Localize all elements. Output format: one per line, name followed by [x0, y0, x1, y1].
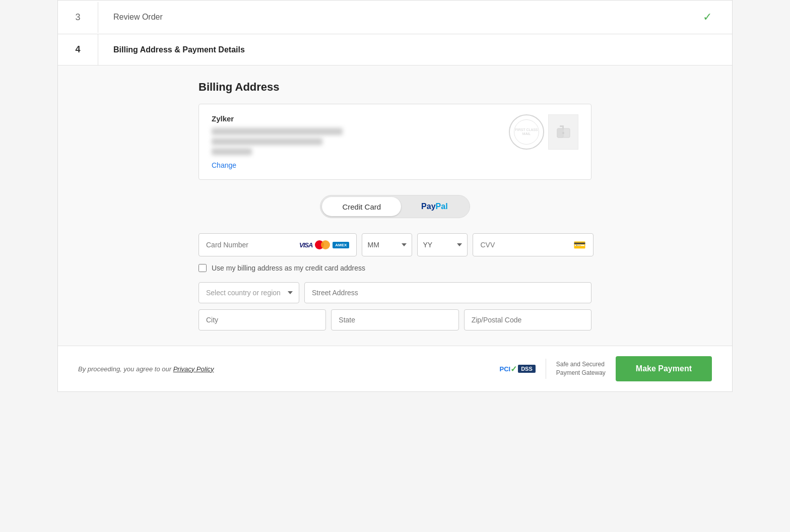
billing-address-checkbox-label: Use my billing address as my credit card…: [212, 264, 365, 272]
step-3-row: 3 Review Order ✓: [58, 1, 732, 34]
address-info: Zylker Change: [212, 114, 509, 169]
footer-legal-text: By proceeding, you agree to our: [78, 365, 173, 373]
card-form: VISA AMEX MM 01020304 05060708: [199, 233, 591, 330]
billing-address-checkbox[interactable]: [199, 264, 207, 272]
privacy-policy-link[interactable]: Privacy Policy: [173, 365, 214, 373]
footer-bar: By proceeding, you agree to our Privacy …: [58, 346, 732, 391]
step-3-number: 3: [58, 2, 98, 33]
paypal-label-blue: Pay: [421, 202, 435, 211]
footer-right: PCI ✓ DSS Safe and SecuredPayment Gatewa…: [499, 356, 712, 381]
card-number-field[interactable]: VISA AMEX: [199, 233, 357, 256]
step-4-row: 4 Billing Address & Payment Details: [58, 34, 732, 65]
payment-tabs: Credit Card PayPal: [199, 195, 591, 218]
month-select[interactable]: MM 01020304 05060708 09101112: [362, 233, 412, 256]
street-address-input[interactable]: [304, 282, 591, 303]
address-form: Select country or region United States U…: [199, 282, 591, 330]
stamp-box: [548, 114, 578, 150]
stamp-circle: FIRST CLASS MAIL: [509, 114, 544, 150]
cvv-card-icon: 💳: [573, 239, 586, 251]
amex-logo: AMEX: [333, 242, 349, 248]
blur-line-3: [212, 148, 252, 155]
year-select[interactable]: YY 2425262728: [417, 233, 468, 256]
step-3-title: Review Order: [98, 3, 683, 32]
country-street-row: Select country or region United States U…: [199, 282, 591, 303]
city-state-zip-row: [199, 309, 591, 330]
country-select[interactable]: Select country or region United States U…: [199, 282, 299, 303]
step-4-title: Billing Address & Payment Details: [98, 35, 692, 64]
tab-container: Credit Card PayPal: [320, 195, 470, 218]
footer-legal: By proceeding, you agree to our Privacy …: [78, 365, 214, 373]
secure-text: Safe and SecuredPayment Gateway: [556, 360, 606, 377]
zip-input[interactable]: [464, 309, 591, 330]
company-name: Zylker: [212, 114, 509, 123]
visa-logo: VISA: [299, 241, 312, 249]
pci-check-icon: ✓: [510, 364, 517, 374]
mailbox-icon: [555, 123, 572, 141]
make-payment-button[interactable]: Make Payment: [616, 356, 712, 381]
state-input[interactable]: [331, 309, 458, 330]
billing-address-title: Billing Address: [199, 81, 591, 94]
mc-circle-right: [321, 240, 330, 249]
footer-divider: [546, 359, 546, 379]
cvv-field[interactable]: 💳: [473, 233, 594, 256]
card-number-input[interactable]: [206, 241, 294, 249]
pci-badge: PCI ✓ DSS: [499, 364, 535, 374]
address-blurred: [212, 128, 509, 155]
blur-line-2: [212, 138, 322, 145]
pci-text: PCI: [499, 365, 510, 373]
svg-rect-4: [560, 125, 564, 127]
stamp-inner: FIRST CLASS MAIL: [514, 119, 539, 145]
svg-point-2: [562, 132, 564, 134]
step-3-check: ✓: [683, 1, 732, 34]
cvv-input[interactable]: [480, 241, 568, 249]
step-4-number: 4: [58, 34, 98, 65]
paypal-tab[interactable]: PayPal: [401, 197, 468, 216]
mastercard-logo: [315, 240, 330, 250]
card-logos: VISA AMEX: [299, 240, 349, 250]
address-stamp: FIRST CLASS MAIL: [509, 114, 578, 150]
billing-address-checkbox-row: Use my billing address as my credit card…: [199, 264, 591, 272]
city-input[interactable]: [199, 309, 326, 330]
content-area: Billing Address Zylker Change FIRST CLAS…: [58, 65, 732, 391]
card-details-row: VISA AMEX MM 01020304 05060708: [199, 233, 591, 256]
address-card: Zylker Change FIRST CLASS MAIL: [199, 104, 591, 180]
paypal-label-lightblue: Pal: [436, 202, 448, 211]
pci-logo: PCI ✓ DSS: [499, 364, 535, 374]
change-link[interactable]: Change: [212, 161, 236, 169]
dss-badge: DSS: [518, 365, 536, 373]
blur-line-1: [212, 128, 343, 135]
credit-card-tab[interactable]: Credit Card: [322, 197, 401, 216]
